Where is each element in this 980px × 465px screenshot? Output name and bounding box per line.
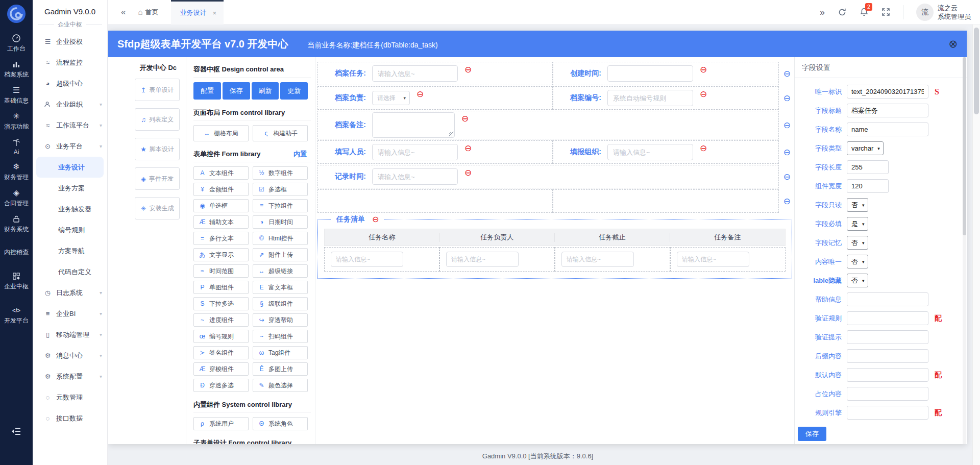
field-cell-archive-note[interactable]: 档案备注: ⊖ xyxy=(317,111,779,139)
component-button[interactable]: Æ穿梭组件 xyxy=(193,362,249,376)
sidebar-item-system-config[interactable]: ⚙ 系统配置 ▾ xyxy=(33,366,107,387)
component-button[interactable]: ◉单选框 xyxy=(193,199,249,212)
component-button[interactable]: Đ穿透多选 xyxy=(193,379,249,392)
expand-tabs-icon[interactable]: » xyxy=(820,8,825,17)
rail-item-contract-mgmt[interactable]: ◈ 合同管理 xyxy=(4,188,29,208)
field-cell-archive-task[interactable]: 档案任务: ⊖ xyxy=(317,62,553,85)
field-cell-report-org[interactable]: 填报组织: ⊖ xyxy=(553,140,779,164)
user-menu[interactable]: 流 流之云 系统管理员 xyxy=(916,4,971,21)
label-hide-select[interactable]: 否▾ xyxy=(847,274,868,287)
component-button[interactable]: A文本组件 xyxy=(193,166,249,180)
component-button[interactable]: =多行文本 xyxy=(193,232,249,245)
rail-item-archive-system[interactable]: 档案系统 xyxy=(4,59,29,79)
page-scrollbar[interactable] xyxy=(972,25,980,465)
app-logo[interactable] xyxy=(7,5,26,23)
sidebar-collapse-icon[interactable]: « xyxy=(121,7,126,17)
refresh-button[interactable]: 刷新 xyxy=(252,82,279,100)
field-cell-archive-number[interactable]: 档案编号: ⊖ xyxy=(553,86,779,110)
component-width-input[interactable] xyxy=(847,179,889,193)
install-generate-button[interactable]: ✳ 安装生成 xyxy=(135,197,180,219)
rail-item-basic-info[interactable]: ☰ 基础信息 xyxy=(4,85,29,105)
tab-business-design[interactable]: 业务设计 × xyxy=(171,0,224,25)
component-button[interactable]: ~进度组件 xyxy=(193,313,249,327)
tab-home[interactable]: ⌂ 首页 xyxy=(138,8,158,17)
rail-item-finance-mgmt[interactable]: ❄ 财务管理 xyxy=(4,162,29,182)
component-button[interactable]: ©Html控件 xyxy=(253,232,308,245)
component-button[interactable]: œ编号规则 xyxy=(193,330,249,343)
record-time-input[interactable] xyxy=(372,168,458,185)
save-button[interactable]: 保存 xyxy=(223,82,250,100)
component-button[interactable]: §级联组件 xyxy=(253,297,308,310)
refresh-icon[interactable] xyxy=(838,8,847,17)
component-button[interactable]: P单图组件 xyxy=(193,281,249,294)
update-button[interactable]: 更新 xyxy=(280,82,308,100)
rule-engine-input[interactable] xyxy=(847,406,928,420)
help-info-input[interactable] xyxy=(847,292,928,306)
rail-item-dev-platform[interactable]: </> 开发平台 xyxy=(4,305,29,325)
system-user-button[interactable]: ρ系统用户 xyxy=(193,417,249,430)
remove-field-icon[interactable]: ⊖ xyxy=(464,168,472,178)
field-name-input[interactable] xyxy=(847,123,928,136)
component-button[interactable]: ¥金额组件 xyxy=(193,183,249,196)
placeholder-content-input[interactable] xyxy=(847,387,928,401)
rail-item-enterprise-hub[interactable]: 企业中枢 xyxy=(4,271,29,291)
create-time-input[interactable] xyxy=(607,65,693,82)
component-button[interactable]: ~扫码组件 xyxy=(253,330,308,343)
subtable-cell[interactable] xyxy=(439,247,555,272)
task-owner-input[interactable] xyxy=(446,252,519,267)
remove-field-icon[interactable]: ⊖ xyxy=(700,89,707,100)
remove-field-icon[interactable]: ⊖ xyxy=(700,65,707,75)
sidebar-item-plan-navigation[interactable]: 方案导航 xyxy=(33,240,107,261)
event-dev-button[interactable]: ◈ 事件开发 xyxy=(135,167,180,190)
grid-layout-button[interactable]: ↔ 栅格布局 xyxy=(193,125,249,141)
sidebar-item-metadata-mgmt[interactable]: ◌ 元数管理 xyxy=(33,387,107,408)
component-button[interactable]: ◑日期时间 xyxy=(253,215,308,229)
configure-link[interactable]: 配 xyxy=(935,371,942,380)
archive-owner-select[interactable]: 请选择 ▾ xyxy=(372,91,410,105)
rail-collapse-button[interactable] xyxy=(11,426,22,438)
component-button[interactable]: Ê多图上传 xyxy=(253,362,308,376)
sidebar-item-enterprise-org[interactable]: 企业组织 ▾ xyxy=(33,94,107,115)
sidebar-item-business-plan[interactable]: 业务方案 xyxy=(33,178,107,199)
component-button[interactable]: ≻签名组件 xyxy=(193,346,249,359)
subtable-cell[interactable] xyxy=(555,247,670,272)
resize-handle[interactable] xyxy=(449,132,454,136)
task-name-input[interactable] xyxy=(331,252,403,267)
unique-content-select[interactable]: 否▾ xyxy=(847,255,868,268)
default-content-input[interactable] xyxy=(847,368,928,382)
build-assistant-button[interactable]: ς 构建助手 xyxy=(253,125,308,141)
archive-task-input[interactable] xyxy=(372,65,458,82)
fullscreen-icon[interactable] xyxy=(881,8,890,16)
rail-item-workbench[interactable]: 工作台 xyxy=(7,33,26,53)
validation-rule-input[interactable] xyxy=(847,311,928,325)
required-select[interactable]: 是▾ xyxy=(847,217,868,231)
sidebar-item-log-system[interactable]: ◷ 日志系统 ▾ xyxy=(33,282,107,303)
task-note-input[interactable] xyxy=(677,252,749,267)
component-button[interactable]: ⇗附件上传 xyxy=(253,248,308,261)
sidebar-item-message-center[interactable]: ⚙ 消息中心 ▾ xyxy=(33,345,107,366)
subtable-cell[interactable] xyxy=(670,247,786,272)
remove-row-icon[interactable]: ⊖ xyxy=(783,196,791,207)
subtable-cell[interactable] xyxy=(324,247,439,272)
remove-row-icon[interactable]: ⊖ xyxy=(783,68,791,79)
remove-field-icon[interactable]: ⊖ xyxy=(461,114,469,124)
field-length-input[interactable] xyxy=(847,160,889,174)
rail-item-demo-features[interactable]: ✳ 演示功能 xyxy=(4,111,29,131)
sidebar-item-business-design[interactable]: 业务设计 xyxy=(36,157,104,178)
rail-item-finance-system[interactable]: 财务系统 xyxy=(4,214,29,234)
component-button[interactable]: ≡下拉组件 xyxy=(253,199,308,212)
field-cell-create-time[interactable]: 创建时间: ⊖ xyxy=(553,62,779,85)
configure-button[interactable]: 配置 xyxy=(193,82,221,100)
remove-field-icon[interactable]: ⊖ xyxy=(464,65,472,75)
remove-row-icon[interactable]: ⊖ xyxy=(783,172,791,182)
sidebar-item-process-monitor[interactable]: ≈ 流程监控 xyxy=(33,52,107,73)
remove-subtable-icon[interactable]: ⊖ xyxy=(372,214,379,224)
configure-link[interactable]: 配 xyxy=(935,314,942,323)
field-type-select[interactable]: varchar ▾ xyxy=(847,141,884,155)
list-definition-button[interactable]: ♫ 列表定义 xyxy=(135,108,180,131)
accessory-s[interactable]: S xyxy=(935,87,939,96)
sidebar-item-custom-code[interactable]: 代码自定义 xyxy=(33,261,107,282)
panel-scrollbar[interactable] xyxy=(963,57,966,444)
memory-select[interactable]: 否▾ xyxy=(847,236,868,250)
sidebar-item-mobile-mgmt[interactable]: ▯ 移动端管理 ▾ xyxy=(33,324,107,345)
